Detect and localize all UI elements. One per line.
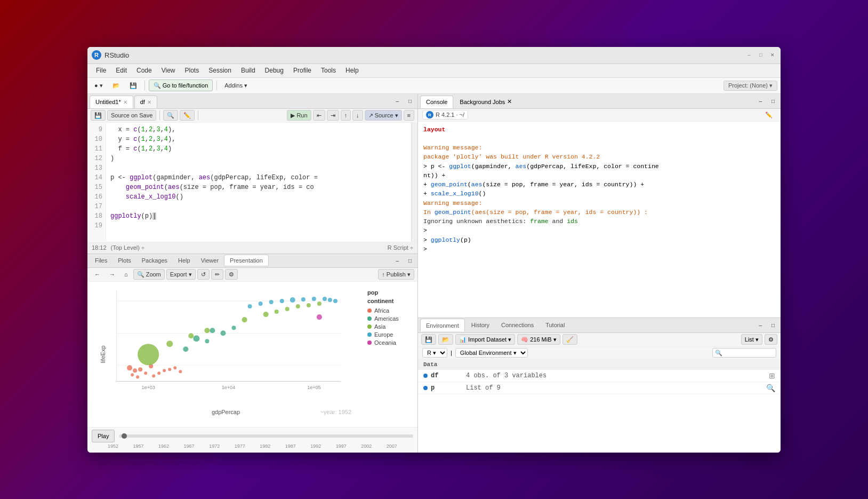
tab-files[interactable]: Files bbox=[90, 255, 112, 266]
timeline-slider[interactable] bbox=[119, 434, 413, 438]
menu-file[interactable]: File bbox=[92, 66, 110, 75]
tab-viewer[interactable]: Viewer bbox=[196, 255, 224, 266]
run-next-btn[interactable]: ⇥ bbox=[327, 110, 339, 121]
code-content[interactable]: x = c(1,2,3,4), y = c(1,2,3,4), f = c(1,… bbox=[106, 123, 411, 242]
svg-point-33 bbox=[188, 333, 194, 338]
env-row-df[interactable]: df 4 obs. of 3 variables ⊞ bbox=[418, 370, 781, 382]
search-btn[interactable]: 🔍 bbox=[163, 110, 178, 121]
memory-btn[interactable]: 🧠 216 MiB ▾ bbox=[517, 334, 560, 345]
tab-presentation[interactable]: Presentation bbox=[224, 255, 269, 266]
export-button[interactable]: Export ▾ bbox=[166, 269, 196, 280]
menu-profile[interactable]: Profile bbox=[289, 66, 316, 75]
tab-plots[interactable]: Plots bbox=[112, 255, 136, 266]
brush-btn[interactable]: ✏ bbox=[211, 269, 223, 280]
df-view-btn[interactable]: ⊞ bbox=[769, 371, 775, 380]
line-numbers: 910111213 141516171819 bbox=[87, 123, 106, 242]
viewer-maximize[interactable]: □ bbox=[405, 255, 415, 266]
maximize-button[interactable]: □ bbox=[757, 51, 765, 59]
load-env-btn[interactable]: 📂 bbox=[438, 334, 453, 345]
tab-help[interactable]: Help bbox=[173, 255, 196, 266]
play-button[interactable]: Play bbox=[92, 430, 115, 442]
env-maximize[interactable]: □ bbox=[768, 319, 778, 331]
back-btn[interactable]: ← bbox=[91, 268, 104, 280]
chart-legend: pop continent Africa Americas Asia bbox=[362, 284, 415, 425]
minimize-button[interactable]: – bbox=[745, 51, 753, 59]
list-view-btn[interactable]: List ▾ bbox=[741, 334, 762, 345]
svg-point-35 bbox=[242, 317, 247, 322]
publish-button[interactable]: ↑ Publish ▾ bbox=[378, 269, 414, 280]
addins-button[interactable]: Addins ▾ bbox=[221, 80, 251, 91]
tab-history[interactable]: History bbox=[466, 319, 495, 331]
env-select-row: R ▾ | Global Environment ▾ bbox=[418, 347, 781, 360]
menu-build[interactable]: Build bbox=[237, 66, 260, 75]
plot-area: lifeExp 80– 60– bbox=[87, 282, 417, 427]
new-file-button[interactable]: ●▾ bbox=[91, 80, 107, 91]
project-badge[interactable]: Project: (None) ▾ bbox=[724, 81, 777, 91]
main-toolbar: ●▾ 📂 💾 🔍 Go to file/function Addins ▾ Pr… bbox=[87, 78, 781, 94]
tab-df[interactable]: df ✕ bbox=[134, 96, 157, 108]
viewer-minimize[interactable]: – bbox=[392, 255, 403, 266]
refresh-button[interactable]: ↺ bbox=[197, 269, 210, 280]
save-env-btn[interactable]: 💾 bbox=[421, 334, 436, 345]
code-editor[interactable]: 910111213 141516171819 x = c(1,2,3,4), y… bbox=[87, 123, 417, 242]
close-tab-icon[interactable]: ✕ bbox=[147, 99, 151, 105]
menu-view[interactable]: View bbox=[157, 66, 180, 75]
console-edit-btn[interactable]: ✏️ bbox=[761, 109, 776, 121]
spellcheck-btn[interactable]: ✏️ bbox=[180, 110, 195, 121]
down-btn[interactable]: ↓ bbox=[352, 110, 363, 121]
menu-session[interactable]: Session bbox=[204, 66, 236, 75]
source-button[interactable]: ↗ Source ▾ bbox=[365, 110, 402, 121]
editor-maximize[interactable]: □ bbox=[405, 96, 415, 107]
close-bgjobs-icon[interactable]: ✕ bbox=[507, 98, 512, 105]
run-button[interactable]: ▶ Run bbox=[287, 110, 311, 121]
tab-untitled1[interactable]: Untitled1* ✕ bbox=[90, 96, 133, 108]
home-btn[interactable]: ⌂ bbox=[120, 268, 132, 280]
import-dataset-btn[interactable]: 📊 Import Dataset ▾ bbox=[455, 334, 515, 345]
run-prev-btn[interactable]: ⇤ bbox=[313, 110, 325, 121]
tab-background-jobs[interactable]: Background Jobs ✕ bbox=[454, 96, 517, 108]
console-output[interactable]: layout Warning message: package 'plotly'… bbox=[418, 122, 781, 318]
console-minimize[interactable]: – bbox=[755, 96, 766, 107]
svg-point-40 bbox=[307, 303, 311, 307]
editor-minimize[interactable]: – bbox=[392, 96, 403, 107]
console-final-prompt: > bbox=[423, 244, 775, 254]
menu-help[interactable]: Help bbox=[341, 66, 363, 75]
settings-btn[interactable]: ⚙ bbox=[225, 269, 238, 280]
up-btn[interactable]: ↑ bbox=[341, 110, 351, 121]
more-btn[interactable]: ≡ bbox=[404, 110, 414, 121]
menu-edit[interactable]: Edit bbox=[111, 66, 131, 75]
source-on-save-btn[interactable]: Source on Save bbox=[107, 110, 156, 121]
p-search-btn[interactable]: 🔍 bbox=[766, 384, 775, 392]
global-env-select[interactable]: Global Environment ▾ bbox=[455, 348, 528, 358]
tab-environment[interactable]: Environment bbox=[420, 319, 465, 331]
r-select[interactable]: R ▾ bbox=[422, 348, 447, 358]
tab-connections[interactable]: Connections bbox=[496, 319, 539, 331]
console-cont-1: nt)) + bbox=[423, 171, 775, 180]
close-button[interactable]: ✕ bbox=[769, 51, 776, 59]
menu-plots[interactable]: Plots bbox=[181, 66, 204, 75]
forward-btn[interactable]: → bbox=[106, 268, 119, 280]
svg-point-30 bbox=[232, 326, 236, 330]
go-to-file-button[interactable]: 🔍 Go to file/function bbox=[149, 80, 213, 91]
zoom-button[interactable]: 🔍 Zoom bbox=[133, 269, 165, 280]
menu-code[interactable]: Code bbox=[132, 66, 156, 75]
tab-packages[interactable]: Packages bbox=[136, 255, 173, 266]
import-icon: 📊 bbox=[459, 336, 467, 343]
env-settings-btn[interactable]: ⚙ bbox=[765, 334, 777, 345]
p-name: p bbox=[431, 384, 463, 392]
menu-tools[interactable]: Tools bbox=[317, 66, 340, 75]
env-minimize[interactable]: – bbox=[755, 319, 766, 331]
save-btn-editor[interactable]: 💾 bbox=[91, 110, 106, 121]
env-row-p[interactable]: p List of 9 🔍 bbox=[418, 382, 781, 394]
tab-console[interactable]: Console bbox=[420, 96, 453, 108]
editor-scrollbar[interactable] bbox=[411, 123, 417, 242]
open-file-button[interactable]: 📂 bbox=[109, 80, 124, 91]
svg-point-31 bbox=[138, 344, 159, 365]
console-maximize[interactable]: □ bbox=[768, 96, 778, 107]
clear-env-btn[interactable]: 🧹 bbox=[562, 334, 577, 345]
save-button[interactable]: 💾 bbox=[126, 80, 141, 91]
env-search-input[interactable] bbox=[712, 348, 776, 358]
menu-debug[interactable]: Debug bbox=[261, 66, 288, 75]
close-tab-icon[interactable]: ✕ bbox=[123, 99, 127, 105]
tab-tutorial[interactable]: Tutorial bbox=[540, 319, 570, 331]
